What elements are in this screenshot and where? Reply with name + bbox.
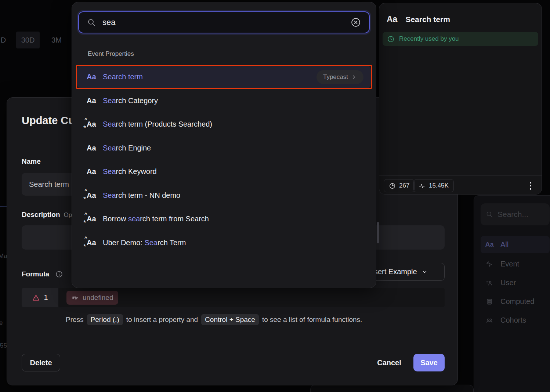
dropdown-search-input[interactable] <box>102 18 344 27</box>
string-type-icon: Aa <box>87 167 98 176</box>
property-type-sidebar: Aa All Event User Computed Cohorts <box>474 195 550 392</box>
cohorts-icon <box>485 317 494 324</box>
kbd-period: Period (.) <box>87 314 123 325</box>
property-option-search-term-nn-demo[interactable]: Aa Search term - NN demo <box>77 184 371 207</box>
sidebar-item-event[interactable]: Event <box>481 255 550 273</box>
recently-used-badge: Recently used by you <box>383 32 538 46</box>
formula-hint: Press Period (.) to insert a property an… <box>66 314 362 325</box>
cancel-button[interactable]: Cancel <box>369 354 410 371</box>
formula-error-gutter: 1 <box>22 288 58 307</box>
sidebar-item-all[interactable]: Aa All <box>481 236 550 253</box>
sidebar-item-label: All <box>500 240 509 249</box>
string-type-icon: Aa <box>87 97 98 105</box>
clock-icon <box>387 35 395 43</box>
formula-editor-row: 1 undefined <box>22 288 445 307</box>
tabs-divider <box>0 49 72 49</box>
formula-label: Formula <box>22 270 49 278</box>
sidebar-item-label: Event <box>500 260 519 268</box>
custom-string-type-icon: Aa <box>87 120 98 128</box>
property-option-label: Search Keyword <box>103 167 157 176</box>
custom-string-type-icon: Aa <box>87 215 98 223</box>
sidebar-item-computed[interactable]: Computed <box>481 293 550 310</box>
property-option-search-term-products[interactable]: Aa Search term (Products Searched) <box>77 113 371 135</box>
property-option-label: Search term - NN demo <box>103 191 180 200</box>
chart-label-fragment: e <box>0 319 3 327</box>
property-option-search-keyword[interactable]: Aa Search Keyword <box>77 160 371 183</box>
string-type-icon: Aa <box>387 14 397 24</box>
info-icon[interactable] <box>55 270 63 278</box>
search-icon <box>486 211 493 218</box>
time-range-tab-3m[interactable]: 3M <box>46 32 67 48</box>
property-option-label: Uber Demo: Search Term <box>103 239 186 247</box>
custom-string-type-icon: Aa <box>87 191 98 200</box>
typecast-badge[interactable]: Typecast <box>316 70 363 84</box>
property-option-uber-demo-search-term[interactable]: Aa Uber Demo: Search Term <box>77 232 371 254</box>
string-type-icon: Aa <box>87 73 98 81</box>
property-option-borrow-search-term[interactable]: Aa Borrow search term from Search <box>77 208 371 230</box>
save-button[interactable]: Save <box>413 354 445 371</box>
event-cursor-icon <box>485 261 494 268</box>
clear-search-icon[interactable] <box>351 17 361 28</box>
pie-chart-icon <box>389 182 396 189</box>
property-option-label: Search Engine <box>103 144 151 152</box>
string-type-icon: Aa <box>87 144 98 152</box>
total-events-pill[interactable]: 15.45K <box>413 179 454 192</box>
property-detail-title: Search term <box>405 15 450 24</box>
undefined-token[interactable]: undefined <box>66 291 118 305</box>
chart-axis-label-55: 55 <box>0 342 7 349</box>
string-type-icon: Aa <box>485 241 494 248</box>
pulse-icon <box>419 182 426 189</box>
more-options-kebab[interactable] <box>525 180 536 191</box>
property-function-icon <box>72 294 79 301</box>
sidebar-search-input[interactable] <box>497 210 542 219</box>
custom-string-type-icon: Aa <box>87 239 98 247</box>
time-range-tab-partial[interactable]: D <box>0 32 9 48</box>
error-count: 1 <box>44 293 48 302</box>
property-options-list: Aa Search term Typecast Aa Search Catego… <box>77 66 371 254</box>
property-option-search-category[interactable]: Aa Search Category <box>77 90 371 112</box>
sidebar-search-field[interactable] <box>481 203 550 225</box>
time-range-tab-30d[interactable]: 30D <box>16 32 40 48</box>
property-option-label: Search term <box>103 73 143 81</box>
section-header: Event Properties <box>88 50 134 58</box>
chevron-right-icon <box>351 74 357 80</box>
scrollbar-thumb[interactable] <box>377 222 379 243</box>
kbd-control-space: Control + Space <box>201 314 259 325</box>
property-option-search-engine[interactable]: Aa Search Engine <box>77 137 371 159</box>
dropdown-search-field[interactable] <box>78 11 370 33</box>
chevron-down-icon <box>421 269 428 275</box>
formula-input[interactable]: undefined <box>58 288 445 307</box>
search-icon <box>87 18 96 27</box>
calculator-icon <box>485 298 494 305</box>
property-option-label: Search term (Products Searched) <box>103 120 212 128</box>
property-option-search-term[interactable]: Aa Search term Typecast <box>77 66 371 88</box>
distinct-values-pill[interactable]: 267 <box>384 179 415 192</box>
panel-divider <box>379 175 542 176</box>
property-option-label: Search Category <box>103 97 158 105</box>
name-label: Name <box>22 157 41 166</box>
property-option-label: Borrow search term from Search <box>103 215 209 223</box>
property-detail-panel: Aa Search term Recently used by you 267 … <box>379 3 542 195</box>
sidebar-item-label: Cohorts <box>500 316 526 324</box>
sidebar-item-label: User <box>500 279 516 287</box>
chart-line-fragment <box>0 206 7 207</box>
user-icon <box>485 279 494 287</box>
background-panel-edge <box>310 385 474 392</box>
sidebar-item-label: Computed <box>500 297 534 306</box>
sidebar-item-cohorts[interactable]: Cohorts <box>481 312 550 329</box>
sidebar-item-user[interactable]: User <box>481 274 550 291</box>
warning-icon <box>32 294 40 302</box>
modal-title: Update Cu <box>22 115 75 127</box>
delete-button[interactable]: Delete <box>22 354 60 371</box>
property-search-dropdown: Event Properties Aa Search term Typecast… <box>72 2 376 288</box>
